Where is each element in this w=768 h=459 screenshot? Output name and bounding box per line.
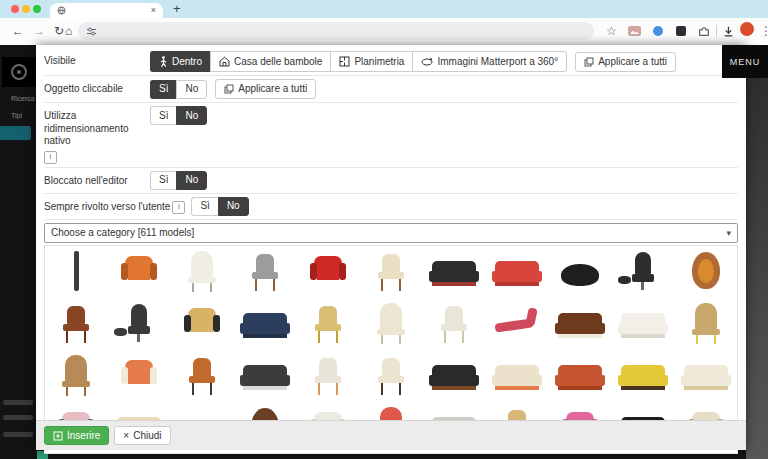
furniture-thumbnail bbox=[363, 353, 419, 397]
sidebar-teal-button[interactable] bbox=[0, 126, 31, 140]
clickable-toggle: Sì No bbox=[150, 80, 207, 99]
furniture-item[interactable] bbox=[108, 298, 171, 350]
furniture-thumbnail bbox=[111, 301, 167, 345]
mode-button[interactable]: Immagini Matterport a 360° bbox=[412, 51, 567, 72]
row-label: Sempre rivolto verso l'utente i bbox=[44, 197, 191, 214]
furniture-item[interactable] bbox=[171, 350, 234, 402]
mode-button[interactable]: Dentro bbox=[150, 51, 210, 72]
extension-blue-icon[interactable] bbox=[653, 26, 663, 36]
tune-icon[interactable] bbox=[86, 26, 97, 37]
home-icon[interactable]: ⌂ bbox=[65, 24, 72, 38]
furniture-item[interactable] bbox=[108, 350, 171, 402]
download-icon[interactable] bbox=[722, 25, 735, 38]
floorplan-icon bbox=[339, 56, 350, 67]
furniture-item[interactable] bbox=[360, 246, 423, 298]
mode-button[interactable]: Casa delle bambole bbox=[210, 51, 330, 72]
furniture-item[interactable] bbox=[45, 350, 108, 402]
close-dialog-button[interactable]: × Chiudi bbox=[114, 426, 170, 445]
chevron-down-icon: ▾ bbox=[726, 228, 731, 238]
sidebar-item-types[interactable]: Tipi bbox=[11, 112, 22, 119]
furniture-item[interactable] bbox=[171, 246, 234, 298]
tab-close-icon[interactable]: × bbox=[151, 6, 156, 15]
forward-icon[interactable]: → bbox=[33, 24, 45, 38]
address-bar[interactable] bbox=[78, 22, 594, 40]
scene-wall bbox=[746, 45, 768, 459]
furniture-item[interactable] bbox=[234, 246, 297, 298]
furniture-item[interactable] bbox=[297, 350, 360, 402]
page-menu-button[interactable]: MENU bbox=[722, 45, 768, 78]
info-icon[interactable]: i bbox=[172, 201, 185, 214]
furniture-thumbnail bbox=[300, 249, 356, 293]
furniture-item[interactable] bbox=[45, 246, 108, 298]
furniture-item[interactable] bbox=[108, 246, 171, 298]
furniture-thumbnail bbox=[300, 353, 356, 397]
furniture-thumbnail bbox=[48, 249, 104, 293]
face-user-toggle: Sì No bbox=[191, 197, 248, 216]
furniture-thumbnail bbox=[426, 353, 482, 397]
back-icon[interactable]: ← bbox=[12, 24, 24, 38]
furniture-item[interactable] bbox=[611, 246, 674, 298]
extensions-puzzle-icon[interactable] bbox=[698, 25, 710, 37]
furniture-item[interactable] bbox=[674, 298, 737, 350]
reload-icon[interactable]: ↻ bbox=[54, 24, 64, 38]
furniture-item[interactable] bbox=[548, 246, 611, 298]
apply-to-all-button[interactable]: Applicare a tutti bbox=[575, 52, 676, 72]
furniture-item[interactable] bbox=[674, 350, 737, 402]
row-native-scaling: Utilizza ridimensionamento nativo i Sì N… bbox=[44, 103, 738, 168]
furniture-item[interactable] bbox=[485, 298, 548, 350]
furniture-thumbnail bbox=[489, 353, 545, 397]
bookmark-star-icon[interactable]: ☆ bbox=[606, 24, 617, 38]
furniture-item[interactable] bbox=[548, 298, 611, 350]
furniture-item[interactable] bbox=[234, 298, 297, 350]
info-icon[interactable]: i bbox=[44, 151, 57, 164]
furniture-item[interactable] bbox=[611, 350, 674, 402]
photos-extension-icon[interactable] bbox=[628, 26, 641, 36]
extension-dark-icon[interactable] bbox=[676, 26, 686, 36]
profile-avatar[interactable] bbox=[740, 22, 754, 36]
furniture-item[interactable] bbox=[422, 246, 485, 298]
furniture-item[interactable] bbox=[422, 350, 485, 402]
furniture-item[interactable] bbox=[297, 298, 360, 350]
toggle-no-button[interactable]: No bbox=[176, 80, 207, 99]
furniture-item[interactable] bbox=[485, 246, 548, 298]
window-close-button[interactable] bbox=[11, 5, 19, 13]
toggle-no-button[interactable]: No bbox=[218, 197, 249, 216]
furniture-thumbnail bbox=[552, 301, 608, 345]
object-settings-dialog: Visibile DentroCasa delle bambolePlanime… bbox=[36, 45, 746, 450]
furniture-item[interactable] bbox=[485, 350, 548, 402]
toggle-yes-button[interactable]: Sì bbox=[150, 80, 176, 99]
furniture-thumbnail bbox=[174, 301, 230, 345]
camera-preview[interactable] bbox=[2, 57, 36, 87]
apply-to-all-button[interactable]: Applicare a tutti bbox=[215, 79, 316, 99]
toggle-no-button[interactable]: No bbox=[176, 106, 207, 125]
window-minimize-button[interactable] bbox=[22, 5, 30, 13]
insert-plus-icon bbox=[53, 431, 63, 441]
row-label: Utilizza ridimensionamento nativo i bbox=[44, 106, 150, 164]
toggle-yes-button[interactable]: Sì bbox=[150, 106, 176, 125]
furniture-item[interactable] bbox=[548, 350, 611, 402]
insert-button[interactable]: Inserire bbox=[44, 426, 109, 445]
window-zoom-button[interactable] bbox=[33, 5, 41, 13]
toggle-yes-button[interactable]: Sì bbox=[150, 171, 176, 190]
row-face-user: Sempre rivolto verso l'utente i Sì No bbox=[44, 194, 738, 220]
furniture-item[interactable] bbox=[674, 246, 737, 298]
browser-tab[interactable]: × bbox=[50, 3, 163, 18]
furniture-item[interactable] bbox=[45, 298, 108, 350]
furniture-item[interactable] bbox=[234, 350, 297, 402]
furniture-item[interactable] bbox=[360, 350, 423, 402]
furniture-item[interactable] bbox=[297, 246, 360, 298]
mode-button[interactable]: Planimetria bbox=[330, 51, 412, 72]
new-tab-button[interactable]: + bbox=[173, 1, 181, 16]
furniture-item[interactable] bbox=[360, 298, 423, 350]
target-icon bbox=[11, 64, 27, 80]
furniture-item[interactable] bbox=[422, 298, 485, 350]
sidebar-item-search[interactable]: Ricerca bbox=[11, 95, 35, 102]
copy-layers-icon bbox=[584, 57, 594, 67]
toggle-yes-button[interactable]: Sì bbox=[191, 197, 217, 216]
furniture-thumbnail bbox=[552, 249, 608, 293]
toggle-no-button[interactable]: No bbox=[176, 171, 207, 190]
furniture-item[interactable] bbox=[611, 298, 674, 350]
furniture-item[interactable] bbox=[171, 298, 234, 350]
browser-menu-icon[interactable]: ⋮ bbox=[760, 24, 768, 38]
category-select[interactable]: Choose a category [611 models] ▾ bbox=[44, 223, 738, 243]
